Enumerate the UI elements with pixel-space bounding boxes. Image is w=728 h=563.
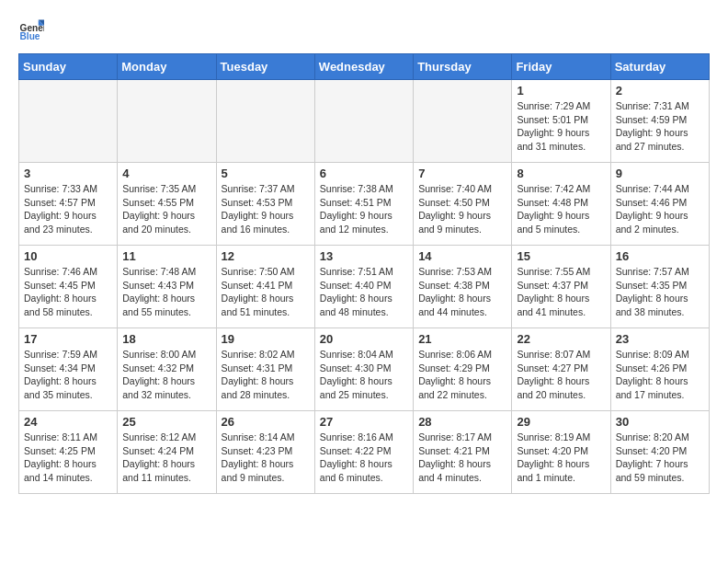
weekday-wednesday: Wednesday bbox=[314, 54, 413, 80]
calendar-cell: 30Sunrise: 8:20 AM Sunset: 4:20 PM Dayli… bbox=[610, 411, 709, 494]
day-number: 11 bbox=[122, 249, 210, 263]
day-info: Sunrise: 8:00 AM Sunset: 4:32 PM Dayligh… bbox=[122, 348, 210, 402]
day-info: Sunrise: 8:11 AM Sunset: 4:25 PM Dayligh… bbox=[24, 431, 112, 485]
calendar-cell: 18Sunrise: 8:00 AM Sunset: 4:32 PM Dayli… bbox=[118, 328, 216, 411]
day-number: 17 bbox=[24, 332, 112, 346]
day-number: 10 bbox=[24, 249, 112, 263]
calendar-cell: 24Sunrise: 8:11 AM Sunset: 4:25 PM Dayli… bbox=[19, 411, 118, 494]
day-info: Sunrise: 7:38 AM Sunset: 4:51 PM Dayligh… bbox=[320, 182, 408, 236]
day-info: Sunrise: 7:31 AM Sunset: 4:59 PM Dayligh… bbox=[616, 99, 704, 154]
calendar-cell: 20Sunrise: 8:04 AM Sunset: 4:30 PM Dayli… bbox=[314, 328, 413, 411]
day-info: Sunrise: 7:35 AM Sunset: 4:55 PM Dayligh… bbox=[122, 182, 210, 236]
day-info: Sunrise: 8:02 AM Sunset: 4:31 PM Dayligh… bbox=[222, 348, 310, 402]
calendar-cell: 15Sunrise: 7:55 AM Sunset: 4:37 PM Dayli… bbox=[512, 246, 610, 328]
calendar-cell bbox=[216, 80, 314, 163]
logo-icon: General Blue bbox=[18, 18, 44, 44]
day-info: Sunrise: 8:14 AM Sunset: 4:23 PM Dayligh… bbox=[222, 431, 310, 485]
calendar-cell: 25Sunrise: 8:12 AM Sunset: 4:24 PM Dayli… bbox=[118, 411, 216, 494]
calendar-cell: 7Sunrise: 7:40 AM Sunset: 4:50 PM Daylig… bbox=[414, 163, 512, 246]
calendar-week-2: 10Sunrise: 7:46 AM Sunset: 4:45 PM Dayli… bbox=[19, 246, 710, 328]
day-number: 12 bbox=[222, 249, 310, 263]
day-info: Sunrise: 8:17 AM Sunset: 4:21 PM Dayligh… bbox=[418, 431, 506, 485]
day-info: Sunrise: 7:55 AM Sunset: 4:37 PM Dayligh… bbox=[517, 265, 605, 319]
day-number: 5 bbox=[222, 167, 310, 180]
day-number: 9 bbox=[616, 167, 704, 180]
weekday-tuesday: Tuesday bbox=[216, 54, 314, 80]
day-number: 16 bbox=[616, 249, 704, 263]
day-number: 2 bbox=[616, 84, 704, 98]
day-info: Sunrise: 7:46 AM Sunset: 4:45 PM Dayligh… bbox=[24, 265, 112, 319]
calendar-cell: 3Sunrise: 7:33 AM Sunset: 4:57 PM Daylig… bbox=[19, 163, 118, 246]
day-number: 15 bbox=[517, 249, 605, 263]
day-info: Sunrise: 7:37 AM Sunset: 4:53 PM Dayligh… bbox=[222, 182, 310, 236]
day-info: Sunrise: 8:19 AM Sunset: 4:20 PM Dayligh… bbox=[517, 431, 605, 485]
day-number: 14 bbox=[418, 249, 506, 263]
day-number: 19 bbox=[222, 332, 310, 346]
day-number: 22 bbox=[517, 332, 605, 346]
weekday-friday: Friday bbox=[512, 54, 610, 80]
calendar-cell: 11Sunrise: 7:48 AM Sunset: 4:43 PM Dayli… bbox=[118, 246, 216, 328]
calendar-cell: 17Sunrise: 7:59 AM Sunset: 4:34 PM Dayli… bbox=[19, 328, 118, 411]
calendar-cell: 5Sunrise: 7:37 AM Sunset: 4:53 PM Daylig… bbox=[216, 163, 314, 246]
svg-text:Blue: Blue bbox=[20, 31, 40, 41]
calendar-cell: 16Sunrise: 7:57 AM Sunset: 4:35 PM Dayli… bbox=[610, 246, 709, 328]
day-number: 18 bbox=[122, 332, 210, 346]
weekday-saturday: Saturday bbox=[610, 54, 709, 80]
day-number: 6 bbox=[320, 167, 408, 180]
calendar-cell bbox=[314, 80, 413, 163]
day-number: 30 bbox=[616, 415, 704, 429]
day-number: 4 bbox=[122, 167, 210, 180]
day-number: 3 bbox=[24, 167, 112, 180]
logo: General Blue bbox=[18, 18, 48, 44]
weekday-monday: Monday bbox=[118, 54, 216, 80]
day-info: Sunrise: 8:12 AM Sunset: 4:24 PM Dayligh… bbox=[122, 431, 210, 485]
calendar-week-0: 1Sunrise: 7:29 AM Sunset: 5:01 PM Daylig… bbox=[19, 80, 710, 163]
day-info: Sunrise: 8:06 AM Sunset: 4:29 PM Dayligh… bbox=[418, 348, 506, 402]
calendar-week-4: 24Sunrise: 8:11 AM Sunset: 4:25 PM Dayli… bbox=[19, 411, 710, 494]
calendar-cell: 9Sunrise: 7:44 AM Sunset: 4:46 PM Daylig… bbox=[610, 163, 709, 246]
day-info: Sunrise: 7:57 AM Sunset: 4:35 PM Dayligh… bbox=[616, 265, 704, 319]
day-number: 1 bbox=[517, 84, 605, 98]
day-number: 26 bbox=[222, 415, 310, 429]
calendar-cell: 4Sunrise: 7:35 AM Sunset: 4:55 PM Daylig… bbox=[118, 163, 216, 246]
day-number: 20 bbox=[320, 332, 408, 346]
calendar-cell: 1Sunrise: 7:29 AM Sunset: 5:01 PM Daylig… bbox=[512, 80, 610, 163]
day-number: 27 bbox=[320, 415, 408, 429]
day-info: Sunrise: 7:42 AM Sunset: 4:48 PM Dayligh… bbox=[517, 182, 605, 236]
calendar-cell: 27Sunrise: 8:16 AM Sunset: 4:22 PM Dayli… bbox=[314, 411, 413, 494]
weekday-thursday: Thursday bbox=[414, 54, 512, 80]
day-info: Sunrise: 8:07 AM Sunset: 4:27 PM Dayligh… bbox=[517, 348, 605, 402]
calendar-cell: 8Sunrise: 7:42 AM Sunset: 4:48 PM Daylig… bbox=[512, 163, 610, 246]
day-info: Sunrise: 7:33 AM Sunset: 4:57 PM Dayligh… bbox=[24, 182, 112, 236]
calendar-week-1: 3Sunrise: 7:33 AM Sunset: 4:57 PM Daylig… bbox=[19, 163, 710, 246]
calendar-cell: 21Sunrise: 8:06 AM Sunset: 4:29 PM Dayli… bbox=[414, 328, 512, 411]
weekday-header-row: SundayMondayTuesdayWednesdayThursdayFrid… bbox=[19, 54, 710, 80]
day-number: 7 bbox=[418, 167, 506, 180]
calendar-cell: 6Sunrise: 7:38 AM Sunset: 4:51 PM Daylig… bbox=[314, 163, 413, 246]
calendar-cell: 22Sunrise: 8:07 AM Sunset: 4:27 PM Dayli… bbox=[512, 328, 610, 411]
calendar-cell: 13Sunrise: 7:51 AM Sunset: 4:40 PM Dayli… bbox=[314, 246, 413, 328]
calendar-cell: 26Sunrise: 8:14 AM Sunset: 4:23 PM Dayli… bbox=[216, 411, 314, 494]
day-number: 13 bbox=[320, 249, 408, 263]
day-number: 29 bbox=[517, 415, 605, 429]
day-info: Sunrise: 7:50 AM Sunset: 4:41 PM Dayligh… bbox=[222, 265, 310, 319]
day-number: 24 bbox=[24, 415, 112, 429]
calendar-cell: 14Sunrise: 7:53 AM Sunset: 4:38 PM Dayli… bbox=[414, 246, 512, 328]
day-info: Sunrise: 8:20 AM Sunset: 4:20 PM Dayligh… bbox=[616, 431, 704, 485]
day-info: Sunrise: 8:04 AM Sunset: 4:30 PM Dayligh… bbox=[320, 348, 408, 402]
day-info: Sunrise: 7:40 AM Sunset: 4:50 PM Dayligh… bbox=[418, 182, 506, 236]
calendar-cell: 29Sunrise: 8:19 AM Sunset: 4:20 PM Dayli… bbox=[512, 411, 610, 494]
calendar-cell: 19Sunrise: 8:02 AM Sunset: 4:31 PM Dayli… bbox=[216, 328, 314, 411]
day-number: 8 bbox=[517, 167, 605, 180]
day-info: Sunrise: 7:59 AM Sunset: 4:34 PM Dayligh… bbox=[24, 348, 112, 402]
day-info: Sunrise: 7:51 AM Sunset: 4:40 PM Dayligh… bbox=[320, 265, 408, 319]
calendar-cell: 23Sunrise: 8:09 AM Sunset: 4:26 PM Dayli… bbox=[610, 328, 709, 411]
day-number: 23 bbox=[616, 332, 704, 346]
day-number: 21 bbox=[418, 332, 506, 346]
calendar-cell: 28Sunrise: 8:17 AM Sunset: 4:21 PM Dayli… bbox=[414, 411, 512, 494]
calendar-cell bbox=[19, 80, 118, 163]
day-info: Sunrise: 8:16 AM Sunset: 4:22 PM Dayligh… bbox=[320, 431, 408, 485]
day-info: Sunrise: 7:53 AM Sunset: 4:38 PM Dayligh… bbox=[418, 265, 506, 319]
day-number: 28 bbox=[418, 415, 506, 429]
calendar-cell: 2Sunrise: 7:31 AM Sunset: 4:59 PM Daylig… bbox=[610, 80, 709, 163]
